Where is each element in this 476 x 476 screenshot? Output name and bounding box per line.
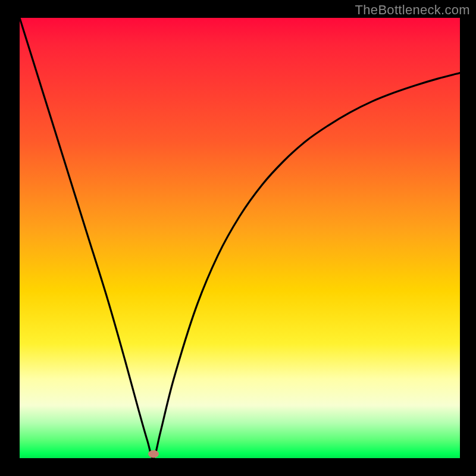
bottleneck-line [20,18,460,458]
optimal-point-marker [148,450,159,458]
plot-area [20,18,460,458]
watermark-text: TheBottleneck.com [355,2,470,18]
chart-container: TheBottleneck.com [0,0,476,476]
